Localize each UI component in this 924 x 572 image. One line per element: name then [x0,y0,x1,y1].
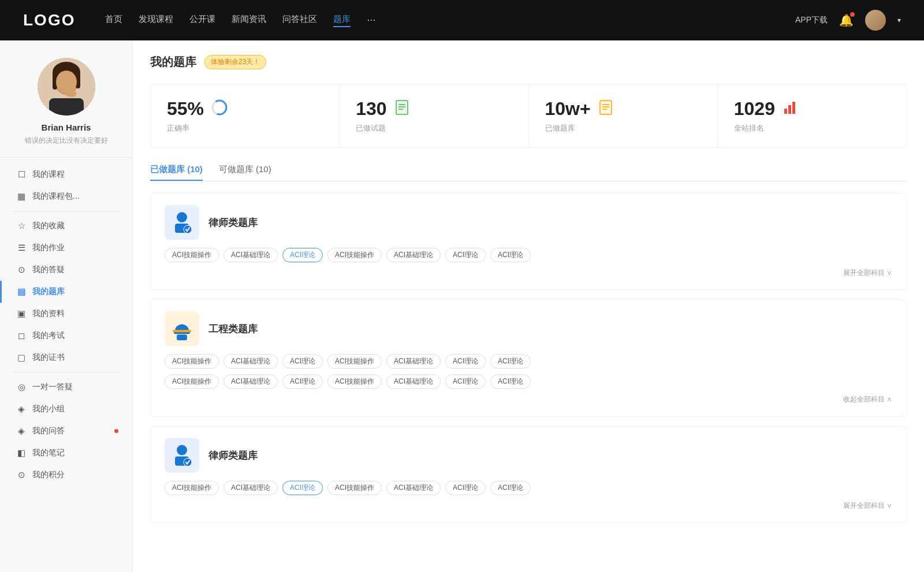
bank-tag[interactable]: ACI基础理论 [223,354,278,369]
bank-expand-2[interactable]: 收起全部科目 ∧ [165,395,892,404]
bank-tag[interactable]: ACI技能操作 [165,374,219,389]
stat-accuracy-label: 正确率 [167,123,323,133]
sidebar-item-points[interactable]: ⊙ 我的积分 [0,464,132,486]
avatar [38,58,95,116]
nav-right: APP下载 🔔 ▾ [795,10,901,31]
question-bank-icon: ▤ [16,287,27,297]
bank-tag[interactable]: ACI理论 [445,374,486,389]
bank-tag[interactable]: ACI技能操作 [165,354,219,369]
tab-available-banks[interactable]: 可做题库 (10) [219,164,271,181]
notification-bell[interactable]: 🔔 [839,13,854,27]
homework-icon: ☰ [16,243,27,253]
bank-tag[interactable]: ACI基础理论 [386,481,441,495]
sidebar-item-course-package[interactable]: ▦ 我的课程包... [0,185,132,207]
lawyer-icon-wrap-2 [165,438,199,473]
bank-expand-3[interactable]: 展开全部科目 ∨ [165,501,892,511]
sidebar-item-my-courses[interactable]: ☐ 我的课程 [0,164,132,185]
bank-tag[interactable]: ACI基础理论 [223,481,278,495]
bank-tag[interactable]: ACI基础理论 [386,354,441,369]
points-icon: ⊙ [16,470,27,480]
svg-rect-24 [792,102,795,114]
stat-questions-top: 130 [356,98,512,120]
svg-point-6 [56,70,77,94]
doc-yellow-icon [598,99,614,119]
nav-news[interactable]: 新闻资讯 [232,14,266,27]
trial-badge: 体验剩余23天！ [204,55,266,69]
svg-rect-30 [173,330,191,332]
bank-tag[interactable]: ACI技能操作 [327,374,382,389]
bank-tag[interactable]: ACI理论 [490,354,531,369]
bank-tag[interactable]: ACI理论 [282,354,323,369]
nav-home[interactable]: 首页 [105,14,122,27]
bank-tag[interactable]: ACI理论 [445,481,486,495]
sidebar-label-favorites: 我的收藏 [32,221,65,231]
bank-tags-lawyer-2: ACI技能操作 ACI基础理论 ACI理论 ACI技能操作 ACI基础理论 AC… [165,481,892,495]
bank-card-lawyer-1: 律师类题库 ACI技能操作 ACI基础理论 ACI理论 ACI技能操作 ACI基… [150,193,907,290]
sidebar-label-notes: 我的笔记 [32,448,65,458]
sidebar-label-certificate: 我的证书 [32,352,65,363]
bank-tag[interactable]: ACI技能操作 [327,248,382,262]
sidebar-item-notes[interactable]: ◧ 我的笔记 [0,442,132,464]
stat-ranking-top: 1029 [734,98,890,120]
svg-rect-7 [49,98,84,116]
sidebar-item-tutoring[interactable]: ◎ 一对一答疑 [0,376,132,398]
bank-tag[interactable]: ACI理论 [445,354,486,369]
page-header: 我的题库 体验剩余23天！ [150,54,907,70]
sidebar-username: Brian Harris [42,122,91,132]
svg-point-11 [216,104,223,111]
sidebar-item-question-bank[interactable]: ▤ 我的题库 [0,281,132,303]
exam-icon: ◻ [16,330,27,341]
user-dropdown-arrow[interactable]: ▾ [897,16,901,24]
svg-rect-29 [177,335,187,340]
bank-tag[interactable]: ACI技能操作 [327,481,382,495]
bank-tag[interactable]: ACI理论 [490,374,531,389]
bank-tag[interactable]: ACI理论 [282,481,323,495]
bank-tag[interactable]: ACI基础理论 [386,248,441,262]
bank-tag[interactable]: ACI基础理论 [386,374,441,389]
bank-tag[interactable]: ACI基础理论 [223,374,278,389]
sidebar-item-homework[interactable]: ☰ 我的作业 [0,237,132,259]
bank-tag[interactable]: ACI技能操作 [165,248,219,262]
bank-tag[interactable]: ACI基础理论 [223,248,278,262]
bank-tags-engineering-row1: ACI技能操作 ACI基础理论 ACI理论 ACI技能操作 ACI基础理论 AC… [165,354,892,369]
sidebar-item-qa[interactable]: ⊙ 我的答疑 [0,259,132,281]
nav-qa[interactable]: 问答社区 [282,14,317,27]
sidebar-item-certificate[interactable]: ▢ 我的证书 [0,347,132,369]
sidebar-item-exam[interactable]: ◻ 我的考试 [0,325,132,347]
bank-tag[interactable]: ACI理论 [445,248,486,262]
sidebar-label-course-package: 我的课程包... [32,191,80,202]
app-download-link[interactable]: APP下载 [795,15,828,25]
bank-card-header-3: 律师类题库 [165,438,892,473]
sidebar-item-my-qa[interactable]: ◈ 我的问答 [0,420,132,442]
certificate-icon: ▢ [16,352,27,363]
pie-chart-icon [211,99,228,120]
sidebar-item-favorites[interactable]: ☆ 我的收藏 [0,215,132,237]
nav-discover[interactable]: 发现课程 [139,14,173,27]
nav-more[interactable]: ··· [367,14,375,27]
nav-open-course[interactable]: 公开课 [189,14,215,27]
bank-tag[interactable]: ACI技能操作 [327,354,382,369]
stat-banks-done: 10w+ 已做题库 [529,84,718,147]
qa-notification-dot [114,429,118,433]
sidebar-divider-2 [12,372,121,373]
sidebar-label-my-qa: 我的问答 [32,426,65,436]
sidebar-item-my-data[interactable]: ▣ 我的资料 [0,303,132,325]
sidebar-item-groups[interactable]: ◈ 我的小组 [0,398,132,420]
bank-card-header-2: 工程类题库 [165,311,892,346]
bank-tag[interactable]: ACI理论 [282,374,323,389]
avatar[interactable] [865,10,886,31]
bank-tag[interactable]: ACI理论 [490,481,531,495]
tabs-row: 已做题库 (10) 可做题库 (10) [150,164,907,181]
main-content: 我的题库 体验剩余23天！ 55% 正确率 [133,40,924,572]
tab-done-banks[interactable]: 已做题库 (10) [150,164,203,181]
bank-expand-1[interactable]: 展开全部科目 ∨ [165,268,892,278]
nav-question-bank[interactable]: 题库 [333,14,351,27]
notification-dot [850,12,855,17]
bank-tag[interactable]: ACI理论 [490,248,531,262]
stat-ranking-value: 1029 [734,98,775,120]
avatar-svg [38,58,95,116]
bank-tag[interactable]: ACI理论 [282,248,323,262]
bank-tag[interactable]: ACI技能操作 [165,481,219,495]
navbar: LOGO 首页 发现课程 公开课 新闻资讯 问答社区 题库 ··· APP下载 … [0,0,924,40]
favorites-icon: ☆ [16,221,27,231]
